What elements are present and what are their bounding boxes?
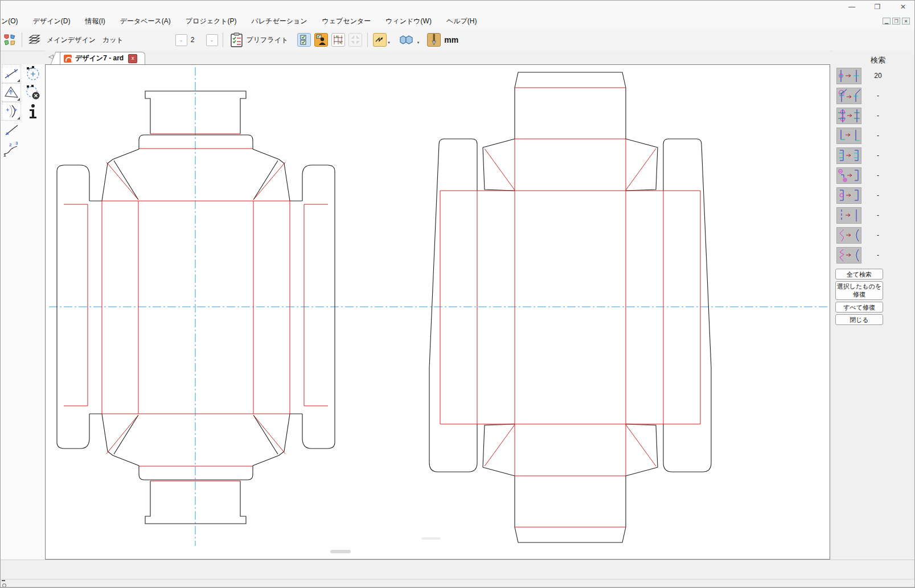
svg-text:1: 1 bbox=[3, 153, 6, 157]
tab-close-button[interactable]: x bbox=[128, 54, 137, 63]
right-design-cut-lines bbox=[429, 72, 711, 542]
repair-count-5: - bbox=[869, 151, 887, 159]
main-toolbar: メインデザイン カット ⌄ 2 ⌄ プリフライト bbox=[1, 29, 914, 51]
flyout-indicator bbox=[17, 79, 20, 82]
window-maximize-button[interactable]: ❐ bbox=[869, 2, 886, 11]
menu-database[interactable]: データベース(A) bbox=[113, 17, 178, 26]
zoom-dropdown[interactable]: ⌄ bbox=[175, 34, 187, 46]
design-file-icon bbox=[64, 55, 72, 63]
repair-count-4: - bbox=[869, 131, 887, 139]
repair-count-6: - bbox=[869, 171, 887, 179]
menu-info[interactable]: 情報(I) bbox=[77, 17, 112, 26]
repair-count-2: - bbox=[869, 92, 887, 100]
menu-palletization[interactable]: パレチゼーション bbox=[244, 17, 315, 26]
status-dash-mark bbox=[2, 580, 5, 581]
mode-label[interactable]: カット bbox=[99, 35, 127, 45]
measure-line-tool-icon bbox=[3, 122, 20, 138]
layout-grid-button[interactable] bbox=[331, 33, 345, 47]
units-label: mm bbox=[441, 35, 458, 44]
window-close-button[interactable]: ✕ bbox=[895, 2, 912, 11]
repair-all-button[interactable]: すべて修復 bbox=[835, 302, 883, 312]
menu-help[interactable]: ヘルプ(H) bbox=[439, 17, 485, 26]
secondary-dropdown[interactable]: ⌄ bbox=[206, 34, 218, 46]
navigation-arrows-button[interactable] bbox=[1, 31, 19, 49]
menu-bar: ン(O) デザイン(D) 情報(I) データベース(A) プロジェクト(P) パ… bbox=[1, 13, 914, 30]
repair-selected-button[interactable]: 選択したものを修復 bbox=[835, 281, 883, 300]
menu-webcenter[interactable]: ウェブセンター bbox=[315, 17, 379, 26]
checklist-button[interactable] bbox=[297, 33, 311, 47]
repair-row-icon-9[interactable] bbox=[836, 227, 861, 244]
repair-row-icon-7[interactable] bbox=[836, 187, 861, 204]
panels-dropdown-arrow[interactable]: ▾ bbox=[417, 40, 420, 45]
zoom-value: 2 bbox=[187, 36, 198, 44]
layers-icon bbox=[27, 34, 41, 46]
plumb-units-button[interactable] bbox=[427, 33, 441, 47]
info-icon bbox=[24, 103, 42, 120]
numbered-points-tool-icon: 1 2 3 bbox=[2, 141, 20, 157]
repair-row-icon-2[interactable] bbox=[836, 88, 861, 104]
status-bar bbox=[1, 560, 914, 588]
arc-tool-button[interactable] bbox=[2, 102, 21, 121]
drawing-canvas[interactable] bbox=[45, 64, 830, 560]
search-repair-panel: 検索 20 - - - - - - bbox=[833, 51, 915, 588]
line-tool-button[interactable] bbox=[2, 64, 21, 83]
menu-window[interactable]: ウィンドウ(W) bbox=[378, 17, 439, 26]
cone-tool-button[interactable] bbox=[2, 83, 21, 102]
document-tab[interactable]: デザイン7 - ard x bbox=[60, 52, 145, 64]
measure-line-tool-button[interactable] bbox=[2, 121, 21, 139]
layers-button[interactable] bbox=[25, 31, 43, 49]
zigzag-dropdown-arrow[interactable]: ▾ bbox=[388, 40, 390, 45]
search-all-button[interactable]: 全て検索 bbox=[835, 269, 883, 279]
select-circle-tool-button[interactable] bbox=[23, 64, 43, 83]
user-checklist-button[interactable] bbox=[314, 33, 328, 47]
info-tool-button[interactable] bbox=[23, 102, 43, 121]
mdi-minimize-button[interactable]: ▁ bbox=[883, 18, 891, 24]
left-design-cut-lines bbox=[57, 91, 335, 524]
repair-count-9: - bbox=[869, 231, 887, 239]
dieline-drawing bbox=[46, 65, 830, 559]
mdi-restore-button[interactable]: ❐ bbox=[892, 18, 900, 24]
repair-row-icon-1[interactable] bbox=[836, 68, 861, 84]
delete-circle-tool-button[interactable] bbox=[23, 83, 43, 102]
repair-row-icon-4[interactable] bbox=[836, 128, 861, 144]
mdi-close-button[interactable]: ✕ bbox=[902, 18, 910, 24]
status-separator bbox=[1, 579, 914, 579]
right-design-crease-lines bbox=[440, 88, 700, 527]
zigzag-line-button[interactable] bbox=[373, 33, 387, 47]
title-bar: — ❐ ✕ bbox=[1, 1, 914, 13]
gray-diamond-icon bbox=[350, 34, 361, 46]
horizontal-scrollbar-thumb[interactable] bbox=[330, 550, 351, 553]
toolbar-separator bbox=[223, 32, 223, 47]
panels-button[interactable] bbox=[397, 31, 416, 49]
close-panel-button[interactable]: 閉じる bbox=[835, 314, 883, 325]
menu-project[interactable]: プロジェクト(P) bbox=[178, 17, 244, 26]
layer-name-label[interactable]: メインデザイン bbox=[43, 35, 99, 45]
mdi-window-controls: ▁ ❐ ✕ bbox=[883, 18, 910, 24]
menu-design[interactable]: デザイン(D) bbox=[26, 17, 78, 26]
left-design-crease-lines bbox=[64, 134, 328, 481]
horizontal-splitter-grip[interactable] bbox=[421, 537, 441, 540]
flyout-indicator bbox=[17, 117, 20, 120]
application-window: — ❐ ✕ ン(O) デザイン(D) 情報(I) データベース(A) プロジェク… bbox=[0, 0, 915, 588]
panel-title: 検索 bbox=[871, 55, 885, 65]
tab-title: デザイン7 - ard bbox=[75, 54, 124, 63]
preflight-label: プリフライト bbox=[243, 35, 292, 45]
preflight-button[interactable]: プリフライト bbox=[228, 31, 294, 49]
fit-view-button-disabled[interactable] bbox=[348, 33, 362, 47]
repair-row-icon-10[interactable] bbox=[836, 247, 861, 264]
repair-count-10: - bbox=[869, 251, 887, 259]
repair-row-icon-6[interactable] bbox=[836, 167, 861, 184]
plumb-bob-icon bbox=[429, 34, 439, 46]
numbered-points-tool-button[interactable]: 1 2 3 bbox=[2, 139, 21, 158]
orange-user-check-icon bbox=[315, 34, 327, 46]
repair-row-icon-5[interactable] bbox=[836, 147, 861, 164]
yellow-zigzag-icon bbox=[374, 34, 385, 46]
drawing-tool-palette: 1 2 3 bbox=[1, 64, 46, 560]
document-tab-bar: ◁ デザイン7 - ard x bbox=[45, 51, 830, 64]
menu-options[interactable]: ン(O) bbox=[1, 17, 26, 26]
window-minimize-button[interactable]: — bbox=[843, 2, 860, 11]
toolbar-separator bbox=[367, 32, 368, 47]
repair-row-icon-3[interactable] bbox=[836, 108, 861, 124]
four-color-arrows-icon bbox=[3, 33, 17, 47]
repair-row-icon-8[interactable] bbox=[836, 207, 861, 224]
